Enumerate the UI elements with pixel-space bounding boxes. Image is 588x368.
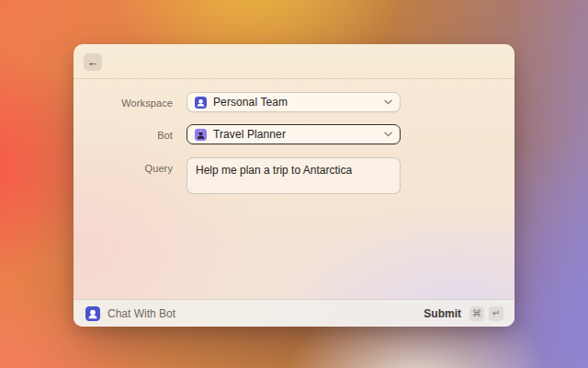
chevron-down-icon xyxy=(384,99,392,105)
enter-key-icon: ↵ xyxy=(489,306,503,321)
chat-with-bot-dialog: ← Workspace Personal Team Bot Travel Pla… xyxy=(74,44,514,327)
workspace-label: Workspace xyxy=(74,98,173,109)
dialog-footer: Chat With Bot Submit ⌘ ↵ xyxy=(74,299,514,327)
workspace-value: Personal Team xyxy=(213,96,288,109)
workspace-avatar-icon xyxy=(195,97,207,109)
footer-actions: Submit ⌘ ↵ xyxy=(424,306,503,321)
submit-button[interactable]: Submit xyxy=(424,307,461,320)
workspace-select[interactable]: Personal Team xyxy=(187,92,401,112)
dialog-header: ← xyxy=(74,44,514,79)
bot-avatar-icon xyxy=(195,129,207,141)
chevron-down-icon xyxy=(384,132,392,137)
bot-select[interactable]: Travel Planner xyxy=(187,124,401,144)
back-button[interactable]: ← xyxy=(84,53,102,71)
chat-bot-app-icon xyxy=(85,306,100,321)
back-arrow-icon: ← xyxy=(87,55,99,69)
bot-label: Bot xyxy=(74,130,173,141)
bot-value: Travel Planner xyxy=(213,128,286,141)
query-label: Query xyxy=(74,163,173,174)
footer-title: Chat With Bot xyxy=(107,307,175,320)
command-key-icon: ⌘ xyxy=(469,306,484,321)
query-input[interactable]: Help me plan a trip to Antarctica xyxy=(187,157,401,194)
